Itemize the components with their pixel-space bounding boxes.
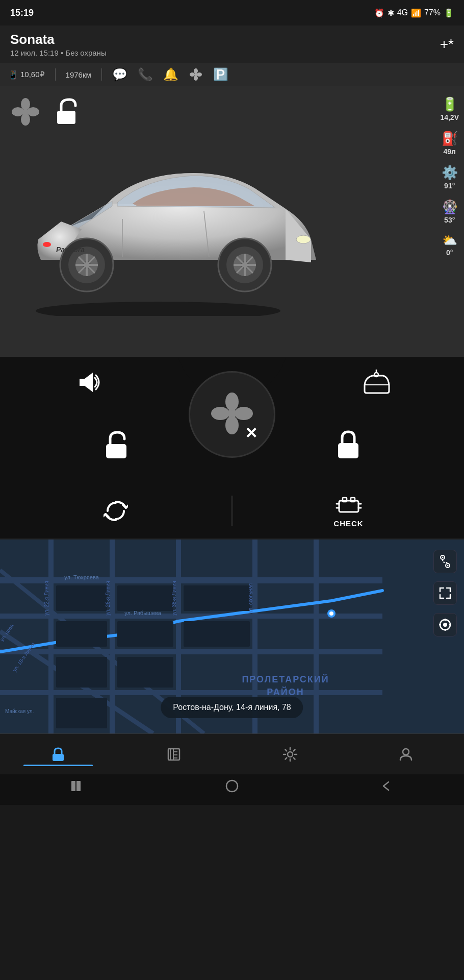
fuel-stat-icon: ⛽ <box>442 131 458 146</box>
svg-rect-33 <box>106 444 126 458</box>
message-btn[interactable]: 💬 <box>112 67 127 82</box>
route-icon <box>439 555 452 568</box>
status-icons: ⏰ ✱ 4G 📶 77% 🔋 <box>374 8 454 18</box>
svg-text:ПРОЛЕТАРСКИЙ: ПРОЛЕТАРСКИЙ <box>242 674 329 684</box>
svg-point-37 <box>225 416 239 434</box>
refresh-button[interactable] <box>0 483 231 538</box>
steering-stat-value: 53° <box>444 216 455 224</box>
check-engine-icon <box>335 495 363 517</box>
lock-icon <box>334 430 362 460</box>
svg-point-36 <box>235 407 253 420</box>
toolbar-separator <box>55 68 56 81</box>
car-svg: Pandora <box>10 127 316 316</box>
controls-middle-row: ✕ <box>0 407 464 483</box>
weather-stat-icon: ⛅ <box>442 233 457 248</box>
svg-point-12 <box>296 235 311 243</box>
fan-x-icon: ✕ <box>245 426 257 441</box>
signal-bars-icon: 📶 <box>411 8 421 18</box>
svg-rect-56 <box>56 585 107 611</box>
system-nav <box>0 774 464 805</box>
svg-rect-60 <box>117 621 173 647</box>
svg-point-38 <box>211 407 229 420</box>
map-container[interactable]: ул. Тюхряева ул. Рябышева ул. 22-я Линия… <box>0 540 464 733</box>
svg-text:ул. Тюхряева: ул. Тюхряева <box>64 574 99 580</box>
recents-button[interactable] <box>70 779 85 797</box>
svg-text:ул. 26-я Линия: ул. 26-я Линия <box>105 581 111 616</box>
svg-point-6 <box>21 98 30 110</box>
check-engine-button[interactable]: CHECK <box>233 483 464 538</box>
header-info: Sonata 12 июл. 15:19 • Без охраны <box>10 32 107 57</box>
svg-point-8 <box>21 113 30 126</box>
svg-rect-62 <box>56 657 107 688</box>
svg-rect-57 <box>117 585 173 611</box>
car-status: 12 июл. 15:19 • Без охраны <box>10 48 107 57</box>
fan-button[interactable]: ✕ <box>189 371 275 458</box>
nav-settings-icon <box>282 747 298 762</box>
nav-journal[interactable] <box>116 743 233 766</box>
svg-point-11 <box>36 302 280 316</box>
bluetooth-icon[interactable]: +*️ <box>440 36 454 53</box>
svg-point-31 <box>374 373 378 377</box>
recents-icon <box>70 779 85 793</box>
route-button[interactable] <box>433 550 457 573</box>
home-button[interactable] <box>225 779 239 797</box>
car-image: Pandora <box>10 127 316 321</box>
back-button[interactable] <box>379 779 394 797</box>
nav-settings[interactable] <box>232 743 348 766</box>
sim-balance: 📱 10,60₽ <box>8 70 45 80</box>
horn-icon <box>75 370 101 395</box>
car-stats-panel: 🔋 14,2V ⛽ 49л ⚙️ 91° 🎡 53° ⛅ 0° <box>440 96 459 257</box>
car-display: Pandora 🔋 14,2V ⛽ 49л ⚙️ 91° 🎡 53° ⛅ 0° <box>0 86 464 357</box>
nav-profile[interactable] <box>348 743 465 766</box>
horn-button[interactable] <box>0 357 176 408</box>
car-name: Sonata <box>10 32 107 47</box>
unlock-icon <box>101 430 132 460</box>
parking-btn[interactable]: 🅿️ <box>213 67 228 82</box>
svg-rect-58 <box>184 585 250 611</box>
alarm-icon: ⏰ <box>374 8 384 18</box>
battery-icon: 🔋 <box>444 8 454 18</box>
svg-text:ул. скольная: ул. скольная <box>248 583 253 614</box>
battery-stat: 🔋 14,2V <box>440 96 459 121</box>
fan-center: ✕ <box>181 381 283 468</box>
svg-rect-10 <box>57 111 75 124</box>
svg-point-94 <box>288 752 293 757</box>
header: Sonata 12 июл. 15:19 • Без охраны +*️ <box>0 26 464 63</box>
nav-profile-icon <box>398 747 414 762</box>
phone-btn[interactable]: 📞 <box>138 67 153 82</box>
network-icon: 4G <box>397 8 408 17</box>
home-icon <box>225 779 239 793</box>
steering-stat: 🎡 53° <box>442 199 458 224</box>
svg-text:ул. 22-я Линия: ул. 22-я Линия <box>44 581 49 616</box>
battery-stat-value: 14,2V <box>440 113 459 121</box>
svg-rect-96 <box>71 781 75 791</box>
svg-rect-63 <box>117 657 173 688</box>
nav-lock-icon <box>50 747 66 762</box>
notification-btn[interactable]: 🔔 <box>163 67 178 82</box>
nav-journal-icon <box>166 747 182 762</box>
svg-point-9 <box>12 107 24 116</box>
svg-rect-40 <box>339 501 358 512</box>
fan-toolbar-icon <box>189 67 203 82</box>
svg-text:Майская ул.: Майская ул. <box>5 708 34 714</box>
svg-point-7 <box>27 107 39 116</box>
nav-lock[interactable] <box>0 743 116 766</box>
expand-button[interactable] <box>433 581 457 605</box>
trunk-button[interactable] <box>288 357 464 408</box>
svg-rect-97 <box>76 781 81 791</box>
svg-rect-42 <box>351 498 355 502</box>
toolbar: 📱 10,60₽ 1976км 💬 📞 🔔 🅿️ <box>0 63 464 86</box>
engine-stat-icon: ⚙️ <box>442 165 458 181</box>
svg-rect-59 <box>56 621 107 647</box>
svg-point-79 <box>442 557 444 558</box>
location-button[interactable] <box>433 613 457 636</box>
svg-point-2 <box>197 72 202 77</box>
check-label: CHECK <box>333 519 363 528</box>
svg-point-13 <box>43 242 51 247</box>
controls-bottom-row: CHECK <box>0 483 464 540</box>
fuel-stat-value: 49л <box>443 148 455 156</box>
battery-stat-icon: 🔋 <box>442 96 458 112</box>
status-time: 15:19 <box>10 8 34 18</box>
refresh-icon <box>104 499 128 523</box>
fan-toolbar-btn[interactable] <box>189 67 203 82</box>
